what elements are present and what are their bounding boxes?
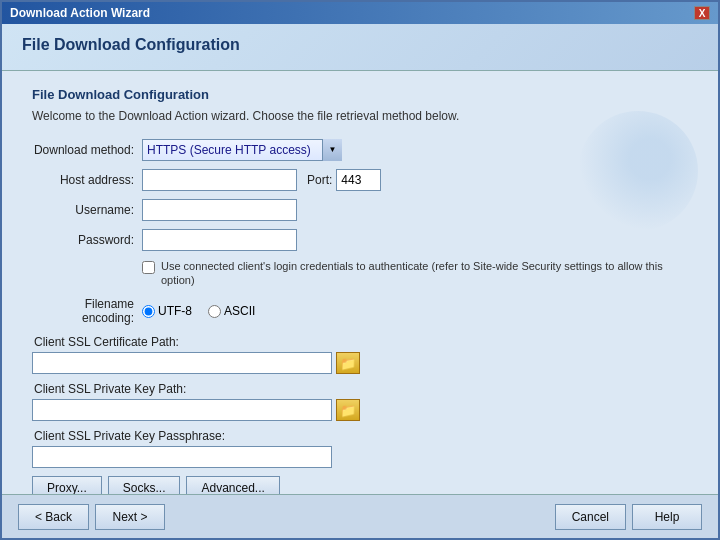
- proxy-button[interactable]: Proxy...: [32, 476, 102, 494]
- page-title: File Download Configuration: [22, 36, 698, 54]
- ascii-label: ASCII: [224, 304, 255, 318]
- encoding-radio-group: UTF-8 ASCII: [142, 304, 255, 318]
- download-method-select[interactable]: HTTPS (Secure HTTP access) HTTP FTP FTPS…: [142, 139, 342, 161]
- ssl-key-path-label: Client SSL Private Key Path:: [34, 382, 688, 396]
- password-row: Password:: [32, 229, 688, 251]
- password-label: Password:: [32, 233, 142, 247]
- password-input[interactable]: [142, 229, 297, 251]
- username-row: Username:: [32, 199, 688, 221]
- next-button[interactable]: Next >: [95, 504, 165, 530]
- window: Download Action Wizard X File Download C…: [0, 0, 720, 540]
- utf8-label: UTF-8: [158, 304, 192, 318]
- back-button[interactable]: < Back: [18, 504, 89, 530]
- ssl-cert-folder-button[interactable]: 📁: [336, 352, 360, 374]
- header-section: File Download Configuration: [2, 24, 718, 71]
- utf8-radio[interactable]: [142, 305, 155, 318]
- username-label: Username:: [32, 203, 142, 217]
- ssl-key-path-input-row: 📁: [32, 399, 688, 421]
- username-input[interactable]: [142, 199, 297, 221]
- ssl-key-path-input[interactable]: [32, 399, 332, 421]
- title-bar: Download Action Wizard X: [2, 2, 718, 24]
- credentials-checkbox[interactable]: [142, 261, 155, 274]
- ascii-radio-item[interactable]: ASCII: [208, 304, 255, 318]
- window-title: Download Action Wizard: [10, 6, 150, 20]
- advanced-button[interactable]: Advanced...: [186, 476, 279, 494]
- encoding-row: Filename encoding: UTF-8 ASCII: [32, 297, 688, 325]
- ssl-cert-path-row: Client SSL Certificate Path: 📁: [32, 335, 688, 374]
- action-buttons-row: Proxy... Socks... Advanced...: [32, 476, 688, 494]
- ssl-cert-path-input-row: 📁: [32, 352, 688, 374]
- ssl-cert-path-input[interactable]: [32, 352, 332, 374]
- host-address-label: Host address:: [32, 173, 142, 187]
- nav-right-group: Cancel Help: [555, 504, 702, 530]
- ssl-key-folder-button[interactable]: 📁: [336, 399, 360, 421]
- port-label: Port:: [307, 173, 332, 187]
- host-row: Host address: Port:: [32, 169, 688, 191]
- ascii-radio[interactable]: [208, 305, 221, 318]
- ssl-passphrase-input[interactable]: [32, 446, 332, 468]
- ssl-passphrase-row: Client SSL Private Key Passphrase:: [32, 429, 688, 468]
- utf8-radio-item[interactable]: UTF-8: [142, 304, 192, 318]
- credentials-checkbox-row: Use connected client's login credentials…: [142, 259, 688, 288]
- description-text: Welcome to the Download Action wizard. C…: [32, 108, 688, 125]
- nav-back-group: < Back Next >: [18, 504, 165, 530]
- host-address-input[interactable]: [142, 169, 297, 191]
- ssl-cert-path-label: Client SSL Certificate Path:: [34, 335, 688, 349]
- ssl-passphrase-input-row: [32, 446, 688, 468]
- footer: < Back Next > Cancel Help: [2, 494, 718, 538]
- download-method-label: Download method:: [32, 143, 142, 157]
- download-method-row: Download method: HTTPS (Secure HTTP acce…: [32, 139, 688, 161]
- content-area: File Download Configuration Welcome to t…: [2, 71, 718, 494]
- encoding-label: Filename encoding:: [32, 297, 142, 325]
- download-method-wrapper: HTTPS (Secure HTTP access) HTTP FTP FTPS…: [142, 139, 342, 161]
- ssl-key-path-row: Client SSL Private Key Path: 📁: [32, 382, 688, 421]
- help-button[interactable]: Help: [632, 504, 702, 530]
- ssl-passphrase-label: Client SSL Private Key Passphrase:: [34, 429, 688, 443]
- credentials-checkbox-label: Use connected client's login credentials…: [161, 259, 688, 288]
- socks-button[interactable]: Socks...: [108, 476, 181, 494]
- section-title: File Download Configuration: [32, 87, 688, 102]
- port-input[interactable]: [336, 169, 381, 191]
- close-button[interactable]: X: [694, 6, 710, 20]
- cancel-button[interactable]: Cancel: [555, 504, 626, 530]
